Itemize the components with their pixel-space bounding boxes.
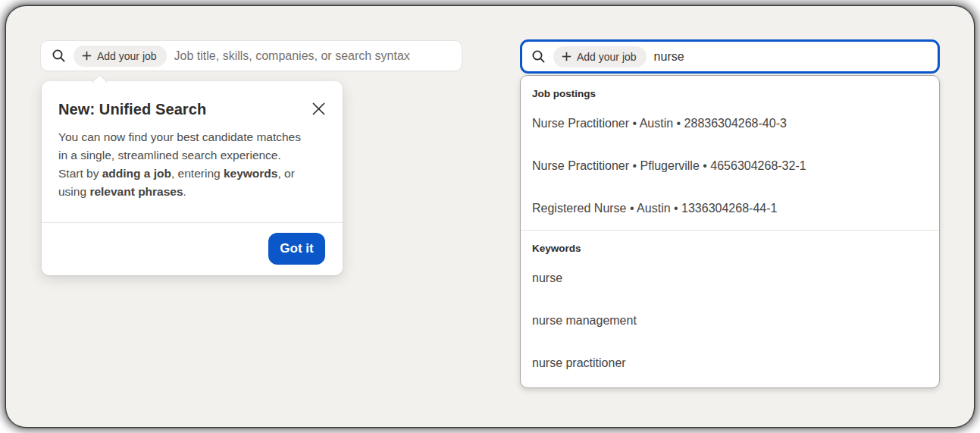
keyword-suggestion[interactable]: nurse: [521, 257, 939, 300]
search-input[interactable]: [174, 49, 452, 63]
plus-icon: [82, 51, 92, 61]
tooltip-body-text: , entering: [171, 167, 224, 180]
job-posting-suggestion[interactable]: Registered Nurse • Austin • 1336304268-4…: [521, 187, 939, 230]
search-icon: [531, 49, 546, 64]
search-suggestions-dropdown: Job postings Nurse Practitioner • Austin…: [520, 75, 940, 388]
tooltip-body-bold: relevant phrases: [89, 185, 183, 198]
add-your-job-label: Add your job: [577, 51, 637, 63]
add-your-job-chip[interactable]: Add your job: [74, 45, 167, 67]
add-your-job-chip[interactable]: Add your job: [553, 46, 647, 67]
section-header-job-postings: Job postings: [521, 76, 939, 102]
close-icon[interactable]: [309, 99, 327, 118]
tooltip-body: You can now find your best candidate mat…: [58, 128, 304, 201]
plus-icon: [562, 52, 571, 61]
tooltip-title: New: Unified Search: [58, 101, 206, 118]
job-posting-suggestion[interactable]: Nurse Practitioner • Pflugerville • 4656…: [521, 145, 939, 187]
app-canvas: Add your job New: Unified Search You can…: [6, 6, 974, 427]
keyword-suggestion[interactable]: nurse management: [521, 300, 939, 342]
tooltip-body-bold: adding a job: [102, 167, 171, 180]
tooltip-body-bold: keywords: [224, 167, 278, 180]
search-bar-unfocused[interactable]: Add your job: [40, 40, 462, 71]
keyword-suggestion[interactable]: nurse practitioner: [521, 342, 939, 384]
search-input-query[interactable]: [654, 50, 930, 64]
search-bar-focused[interactable]: Add your job: [520, 39, 940, 74]
section-header-keywords: Keywords: [521, 231, 939, 257]
search-icon: [52, 49, 66, 63]
unified-search-tooltip: New: Unified Search You can now find you…: [42, 81, 343, 275]
tooltip-divider: [42, 222, 343, 223]
tooltip-body-text: .: [183, 185, 186, 198]
add-your-job-label: Add your job: [97, 50, 157, 62]
got-it-button[interactable]: Got it: [268, 233, 325, 265]
job-posting-suggestion[interactable]: Nurse Practitioner • Austin • 2883630426…: [521, 102, 939, 145]
